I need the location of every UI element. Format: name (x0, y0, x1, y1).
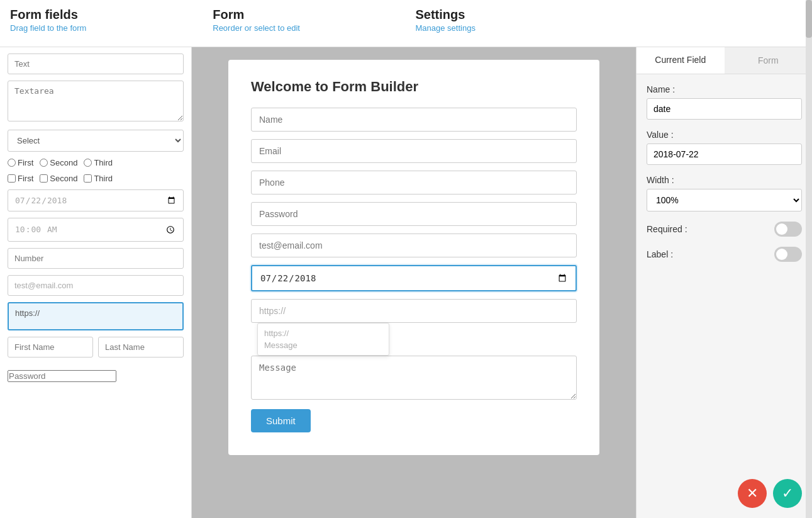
name-label: Name : (647, 84, 802, 94)
form-date-input[interactable] (251, 265, 577, 291)
settings-tabs: Current Field Form (637, 47, 812, 74)
header: Form fields Drag field to the form Form … (0, 0, 812, 47)
setting-required: Required : (647, 222, 802, 237)
header-right: Settings Manage settings (409, 8, 803, 33)
form-subtitle: Reorder or select to edit (213, 23, 403, 33)
form-title: Form (213, 8, 403, 22)
header-center: Form Reorder or select to edit (206, 8, 409, 33)
form-url-input[interactable] (251, 299, 577, 323)
first-name-field-item[interactable] (8, 337, 93, 358)
url-popup: https:// Message (257, 323, 389, 356)
header-left: Form fields Drag field to the form (10, 8, 206, 33)
name-input[interactable] (647, 98, 802, 120)
scrollbar-track (806, 0, 812, 518)
bottom-actions: ✕ ✓ (738, 479, 802, 508)
required-slider (774, 222, 802, 237)
tab-form[interactable]: Form (725, 47, 813, 74)
settings-title: Settings (416, 8, 796, 22)
radio-third[interactable]: Third (84, 158, 113, 167)
center-panel: Welcome to Form Builder https:// Message… (192, 47, 636, 518)
settings-subtitle: Manage settings (416, 23, 796, 33)
last-name-field-item[interactable] (98, 337, 184, 358)
radio-group: First Second Third (8, 158, 184, 167)
url-popup-value: https:// (264, 329, 382, 338)
form-url-wrapper: https:// Message (251, 299, 577, 323)
form-fields-title: Form fields (10, 8, 200, 22)
password-field-item[interactable] (8, 370, 116, 382)
settings-body: Name : Value : Width : 100% 75% 50% 25% … (637, 74, 812, 518)
cancel-button[interactable]: ✕ (738, 479, 767, 508)
radio-first[interactable]: First (8, 158, 33, 167)
value-input[interactable] (647, 144, 802, 165)
left-panel: Select Option 1 Option 2 First Second Th… (0, 47, 192, 518)
form-phone-input[interactable] (251, 171, 577, 194)
value-label: Value : (647, 130, 802, 140)
form-fields-subtitle: Drag field to the form (10, 23, 200, 33)
main-layout: Select Option 1 Option 2 First Second Th… (0, 47, 812, 518)
checkbox-second[interactable]: Second (40, 174, 77, 183)
scrollbar-thumb[interactable] (806, 0, 812, 38)
form-card-title: Welcome to Form Builder (251, 79, 577, 95)
url-popup-message: Message (264, 341, 382, 350)
required-label: Required : (647, 224, 687, 234)
date-field-item[interactable] (8, 189, 184, 211)
label-toggle[interactable] (774, 247, 802, 262)
form-password-input[interactable] (251, 202, 577, 226)
submit-button[interactable]: Submit (251, 409, 311, 432)
width-select[interactable]: 100% 75% 50% 25% (647, 189, 802, 211)
confirm-button[interactable]: ✓ (773, 479, 802, 508)
setting-value: Value : (647, 130, 802, 165)
form-name-input[interactable] (251, 108, 577, 132)
form-message-textarea[interactable] (251, 356, 577, 400)
label-label: Label : (647, 249, 673, 259)
setting-width: Width : 100% 75% 50% 25% (647, 175, 802, 211)
label-slider (774, 247, 802, 262)
url-field-item[interactable] (10, 305, 181, 322)
width-label: Width : (647, 175, 802, 185)
checkbox-group: First Second Third (8, 174, 184, 183)
setting-name: Name : (647, 84, 802, 120)
text-field-item[interactable] (8, 53, 184, 74)
required-toggle[interactable] (774, 222, 802, 237)
number-field-item[interactable] (8, 248, 184, 269)
setting-label: Label : (647, 247, 802, 262)
select-field-item[interactable]: Select Option 1 Option 2 (8, 130, 184, 152)
tab-current-field[interactable]: Current Field (637, 47, 725, 74)
time-field-item[interactable] (8, 218, 184, 242)
form-email-value-input[interactable] (251, 234, 577, 257)
right-panel: Current Field Form Name : Value : Width … (636, 47, 812, 518)
radio-second[interactable]: Second (40, 158, 77, 167)
checkbox-third[interactable]: Third (84, 174, 113, 183)
email-field-item[interactable] (8, 275, 184, 296)
checkbox-first[interactable]: First (8, 174, 33, 183)
form-card: Welcome to Form Builder https:// Message… (228, 60, 599, 455)
name-row (8, 337, 184, 364)
textarea-field-item[interactable] (8, 81, 184, 121)
form-email-input[interactable] (251, 139, 577, 163)
url-field-wrapper-active (8, 302, 184, 330)
